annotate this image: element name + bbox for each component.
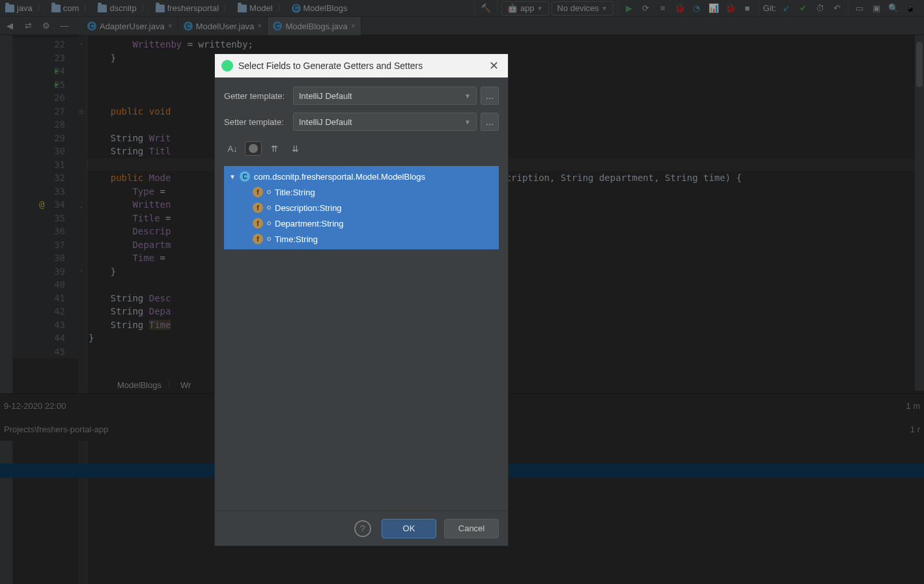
- android-studio-icon: [221, 60, 233, 72]
- getter-template-label: Getter template:: [224, 91, 289, 101]
- setter-template-select[interactable]: IntelliJ Default ▼: [293, 113, 477, 131]
- fields-tree[interactable]: ▼ C com.dscnitp.freshersportal.Model.Mod…: [224, 166, 499, 249]
- generate-getset-dialog: Select Fields to Generate Getters and Se…: [214, 53, 509, 546]
- collapse-all-icon[interactable]: ⇊: [287, 141, 303, 156]
- field-item[interactable]: f Time:String: [224, 231, 499, 247]
- show-instance-icon[interactable]: [245, 141, 262, 156]
- visibility-icon: [267, 190, 271, 194]
- field-label: Department:String: [275, 219, 344, 229]
- field-label: Description:String: [275, 203, 342, 213]
- setter-template-browse[interactable]: …: [481, 113, 499, 131]
- ok-label: OK: [403, 523, 415, 533]
- select-value: IntelliJ Default: [299, 117, 352, 127]
- getter-template-browse[interactable]: …: [481, 87, 499, 105]
- setter-template-row: Setter template: IntelliJ Default ▼ …: [224, 113, 499, 131]
- field-icon: f: [253, 218, 263, 229]
- field-icon: f: [253, 202, 263, 213]
- class-icon: C: [240, 171, 250, 182]
- visibility-icon: [267, 237, 271, 241]
- tree-twisty-icon[interactable]: ▼: [229, 173, 236, 180]
- select-value: IntelliJ Default: [299, 91, 352, 101]
- getter-template-select[interactable]: IntelliJ Default ▼: [293, 87, 477, 105]
- visibility-icon: [267, 221, 271, 225]
- close-icon[interactable]: ✕: [486, 59, 501, 73]
- dialog-body: Getter template: IntelliJ Default ▼ … Se…: [215, 77, 508, 510]
- expand-all-icon[interactable]: ⇈: [266, 141, 283, 156]
- field-item[interactable]: f Description:String: [224, 200, 499, 216]
- help-button[interactable]: ?: [354, 520, 371, 537]
- field-label: Time:String: [275, 234, 318, 244]
- cancel-button[interactable]: Cancel: [444, 519, 499, 538]
- field-item[interactable]: f Department:String: [224, 216, 499, 231]
- dialog-titlebar[interactable]: Select Fields to Generate Getters and Se…: [215, 54, 508, 77]
- cancel-label: Cancel: [458, 523, 484, 533]
- dialog-footer: ? OK Cancel: [215, 510, 508, 546]
- dialog-title: Select Fields to Generate Getters and Se…: [238, 61, 423, 71]
- sort-alpha-icon[interactable]: A↓: [224, 141, 241, 156]
- tree-root-label: com.dscnitp.freshersportal.Model.ModelBl…: [254, 172, 425, 182]
- chevron-down-icon: ▼: [464, 92, 471, 100]
- setter-template-label: Setter template:: [224, 117, 289, 127]
- field-icon: f: [253, 187, 263, 197]
- ok-button[interactable]: OK: [382, 519, 436, 538]
- tree-root[interactable]: ▼ C com.dscnitp.freshersportal.Model.Mod…: [224, 169, 499, 184]
- getter-template-row: Getter template: IntelliJ Default ▼ …: [224, 87, 499, 105]
- field-label: Title:String: [275, 188, 315, 197]
- field-item[interactable]: f Title:String: [224, 184, 499, 200]
- field-icon: f: [253, 234, 263, 244]
- visibility-icon: [267, 206, 271, 210]
- chevron-down-icon: ▼: [464, 118, 471, 126]
- tree-toolbar: A↓ ⇈ ⇊: [224, 139, 499, 158]
